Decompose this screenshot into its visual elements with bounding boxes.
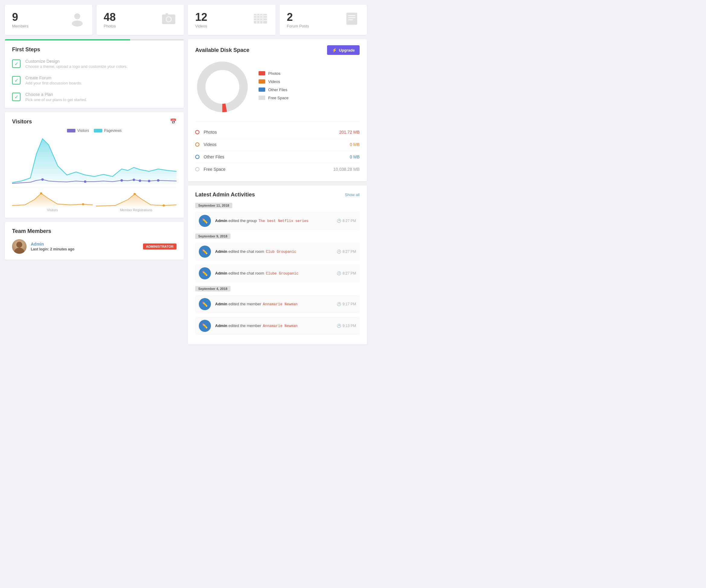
activity-text-1: Admin edited the chat room Club Groupani… (215, 248, 332, 254)
stat-videos: 12 Videos (188, 5, 275, 35)
legend-videos-color (259, 79, 265, 84)
legend-photos-color (259, 71, 265, 75)
disk-title: Available Disk Space (195, 47, 249, 53)
legend-visitors-color (67, 129, 75, 132)
visitors-card: Visitors 📅 Visitors Pageviews (5, 112, 184, 218)
legend-videos: Videos (259, 79, 360, 84)
bolt-icon: ⚡ (332, 48, 337, 52)
legend-photos: Photos (259, 71, 360, 76)
pencil-icon-0: ✏️ (202, 218, 208, 224)
svg-point-26 (133, 193, 135, 195)
mini-charts: Visitors (12, 187, 176, 212)
date-badge-sep11: September 11, 2018 (195, 203, 232, 208)
metric-circle-photos (195, 130, 199, 134)
activity-target-0: The best Netflix series (258, 219, 309, 224)
step-title-2: Create Forum (25, 75, 82, 80)
first-steps-title: First Steps (12, 46, 176, 53)
photos-count: 48 (104, 12, 116, 23)
last-login-prefix: Last login: (31, 247, 49, 251)
activities-title: Latest Admin Activities (195, 192, 255, 198)
activity-action-2: edited the chat room (228, 271, 265, 275)
svg-point-24 (40, 193, 42, 195)
metric-label-photos: Photos (204, 130, 339, 134)
upgrade-button[interactable]: ⚡ Upgrade (327, 45, 360, 55)
step-desc-1: Choose a theme, upload a logo and custom… (25, 64, 128, 69)
team-title: Team Members (12, 228, 176, 234)
avatar-image (12, 239, 27, 254)
metric-value-videos: 0 MB (350, 142, 360, 147)
legend-visitors-label: Visitors (77, 128, 89, 133)
step-customize: ✓ Customize Design Choose a theme, uploa… (12, 59, 176, 69)
videos-icon (252, 11, 268, 29)
left-column: First Steps ✓ Customize Design Choose a … (5, 39, 184, 345)
calendar-icon[interactable]: 📅 (170, 118, 176, 125)
legend-other-files-label: Other Files (268, 87, 287, 92)
activity-action-3: edited the member (228, 302, 262, 306)
member-name[interactable]: Admin (31, 242, 139, 246)
admin-badge: Administrator (143, 243, 176, 249)
activity-group-sep9: September 9, 2018 ✏️ Admin edited the ch… (195, 234, 360, 282)
first-steps-card: First Steps ✓ Customize Design Choose a … (5, 39, 184, 108)
activity-action-0: edited the group (228, 219, 258, 223)
disk-space-card: Available Disk Space ⚡ Upgrade (188, 39, 367, 181)
legend-free-space-label: Free Space (268, 95, 288, 100)
activity-group-sep11: September 11, 2018 ✏️ Admin edited the g… (195, 203, 360, 230)
activity-target-1: Club Groupanic (265, 249, 297, 254)
members-count: 9 (12, 12, 28, 23)
svg-rect-10 (256, 14, 258, 24)
right-column: Available Disk Space ⚡ Upgrade (188, 39, 367, 345)
legend-free-space: Free Space (259, 95, 360, 100)
legend-other-files: Other Files (259, 87, 360, 92)
legend-pageviews: Pageviews (94, 128, 122, 133)
svg-point-18 (84, 181, 86, 183)
activity-text-0: Admin edited the group The best Netflix … (215, 218, 332, 224)
activity-action-1: edited the chat room (228, 249, 265, 254)
stat-photos: 48 Photos (96, 5, 184, 35)
activity-item-3: ✏️ Admin edited the member Annamarie New… (195, 295, 360, 313)
metric-circle-free (195, 167, 199, 171)
activity-avatar-1: ✏️ (199, 245, 211, 258)
svg-rect-12 (262, 14, 263, 24)
legend-other-files-color (259, 87, 265, 92)
mini-chart-visitors: Visitors (12, 190, 93, 212)
team-members-card: Team Members Admin Last login: 2 minutes… (5, 222, 184, 260)
metric-circle-other (195, 155, 199, 159)
activity-target-4: Annamarie Newman (262, 324, 298, 328)
activity-item-1: ✏️ Admin edited the chat room Club Group… (195, 242, 360, 261)
metric-other-files: Other Files 0 MB (195, 151, 360, 163)
svg-point-19 (120, 179, 123, 182)
metric-videos: Videos 0 MB (195, 139, 360, 151)
activity-avatar-0: ✏️ (199, 215, 211, 227)
activity-avatar-3: ✏️ (199, 298, 211, 310)
svg-point-17 (41, 178, 44, 181)
members-label: Members (12, 24, 28, 28)
svg-point-20 (133, 179, 135, 181)
step-check-2: ✓ (12, 76, 21, 84)
metric-value-other: 0 MB (350, 154, 360, 159)
legend-pageviews-label: Pageviews (104, 128, 122, 133)
legend-pageviews-color (94, 129, 102, 132)
last-login-time: 2 minutes ago (50, 247, 75, 251)
chart-legend: Visitors Pageviews (12, 128, 176, 133)
metric-free-space: Free Space 10,038.28 MB (195, 163, 360, 175)
visitors-title: Visitors 📅 (12, 118, 176, 125)
svg-point-4 (166, 17, 171, 22)
member-info: Admin Last login: 2 minutes ago (31, 242, 139, 251)
legend-visitors: Visitors (67, 128, 89, 133)
members-icon (69, 11, 85, 29)
disk-legend: Photos Videos Other Files Free Space (259, 71, 360, 104)
activity-avatar-2: ✏️ (199, 267, 211, 279)
activity-actor-3: Admin (215, 302, 227, 306)
step-check-3: ✓ (12, 92, 21, 101)
videos-label: Videos (195, 24, 207, 28)
mini-label-visitors: Visitors (12, 208, 93, 212)
activity-item-2: ✏️ Admin edited the chat room Clube Grou… (195, 264, 360, 282)
activity-time-4: 🕐 9:13 PM (337, 324, 356, 328)
activities-header: Latest Admin Activities Show all (195, 192, 360, 198)
clock-icon-1: 🕐 (337, 249, 341, 254)
member-last-login: Last login: 2 minutes ago (31, 247, 139, 251)
metric-circle-videos (195, 143, 199, 147)
metric-photos: Photos 201.72 MB (195, 126, 360, 139)
show-all-link[interactable]: Show all (345, 193, 360, 197)
svg-rect-16 (348, 19, 353, 20)
